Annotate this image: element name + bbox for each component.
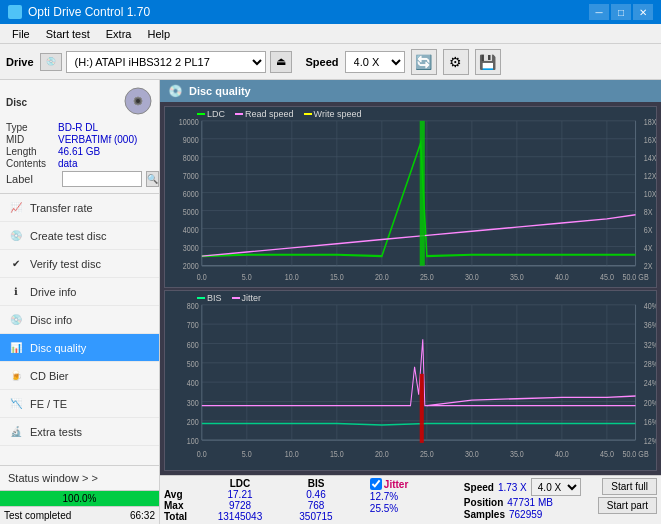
titlebar-left: Opti Drive Control 1.70 [8,5,150,19]
jitter-stats: Jitter 12.7% 25.5% [370,478,460,515]
chart2-svg: 800 700 600 500 400 300 200 100 40% 36% … [165,291,656,471]
ldc-dot [197,113,205,115]
sidebar: Disc Type BD-R DL MID VERBATIMf (000) L [0,80,160,524]
speed-dropdown[interactable]: 4.0 X [345,51,405,73]
contents-value: data [58,158,77,169]
menu-extra[interactable]: Extra [98,26,140,42]
sidebar-item-cd-bier[interactable]: 🍺 CD Bier [0,362,159,390]
svg-text:8000: 8000 [183,152,199,163]
svg-text:5000: 5000 [183,206,199,217]
speed-position-stats: Speed 1.73 X 4.0 X Position 47731 MB Sam… [464,478,594,520]
legend-read-speed: Read speed [235,109,294,119]
read-speed-label: Read speed [245,109,294,119]
svg-text:50.0 GB: 50.0 GB [622,447,649,458]
app-icon [8,5,22,19]
svg-text:20.0: 20.0 [375,447,389,458]
drive-icon: 💿 [40,53,62,71]
label-button[interactable]: 🔍 [146,171,159,187]
settings-button[interactable]: ⚙ [443,49,469,75]
svg-text:16%: 16% [644,415,656,426]
label-row: Label 🔍 [6,171,153,187]
bis-dot [197,297,205,299]
sidebar-item-transfer-rate[interactable]: 📈 Transfer rate [0,194,159,222]
minimize-button[interactable]: ─ [589,4,609,20]
sidebar-item-label: Verify test disc [30,258,101,270]
svg-text:600: 600 [187,338,199,349]
sidebar-item-label: Transfer rate [30,202,93,214]
samples-label: Samples [464,509,505,520]
bis-header: BIS [280,478,352,489]
chart2: BIS Jitter [164,290,657,472]
sidebar-item-extra-tests[interactable]: 🔬 Extra tests [0,418,159,446]
start-part-button[interactable]: Start part [598,497,657,514]
svg-text:30.0: 30.0 [465,447,479,458]
sidebar-item-disc-info[interactable]: 💿 Disc info [0,306,159,334]
svg-text:12%: 12% [644,435,656,446]
legend-write-speed: Write speed [304,109,362,119]
close-button[interactable]: ✕ [633,4,653,20]
chart1-legend: LDC Read speed Write speed [197,109,361,119]
svg-text:16X: 16X [644,134,656,145]
transfer-rate-icon: 📈 [8,200,24,216]
ldc-header: LDC [204,478,276,489]
menu-help[interactable]: Help [139,26,178,42]
length-row: Length 46.61 GB [6,146,153,157]
svg-text:45.0: 45.0 [600,447,614,458]
stats-row: LDC BIS Avg 17.21 0.46 Max 9728 768 To [164,478,657,522]
menu-start-test[interactable]: Start test [38,26,98,42]
total-ldc: 13145043 [204,511,276,522]
refresh-button[interactable]: 🔄 [411,49,437,75]
mid-row: MID VERBATIMf (000) [6,134,153,145]
content-title: Disc quality [189,85,251,97]
sidebar-item-label: CD Bier [30,370,69,382]
svg-text:20.0: 20.0 [375,271,389,282]
status-window-button[interactable]: Status window > > [0,466,159,490]
max-label: Max [164,500,200,511]
label-label: Label [6,173,58,185]
sidebar-item-create-test-disc[interactable]: 💿 Create test disc [0,222,159,250]
content-header: 💿 Disc quality [160,80,661,102]
svg-text:6X: 6X [644,224,653,235]
disc-svg [123,86,153,116]
svg-text:10X: 10X [644,188,656,199]
svg-text:2X: 2X [644,259,653,270]
disc-quality-icon: 📊 [8,340,24,356]
legend-ldc: LDC [197,109,225,119]
maximize-button[interactable]: □ [611,4,631,20]
chart1: LDC Read speed Write speed [164,106,657,288]
label-input[interactable] [62,171,142,187]
create-disc-icon: 💿 [8,228,24,244]
jitter-chart-label: Jitter [242,293,262,303]
main-area: Disc Type BD-R DL MID VERBATIMf (000) L [0,80,661,524]
content-disc-icon: 💿 [168,84,183,98]
drive-info-icon: ℹ [8,284,24,300]
chart1-svg: 10000 9000 8000 7000 6000 5000 4000 3000… [165,107,656,287]
sidebar-item-verify-test-disc[interactable]: ✔ Verify test disc [0,250,159,278]
legend-jitter: Jitter [232,293,262,303]
svg-text:32%: 32% [644,338,656,349]
disc-info-icon: 💿 [8,312,24,328]
svg-text:20%: 20% [644,396,656,407]
sidebar-item-fe-te[interactable]: 📉 FE / TE [0,390,159,418]
menu-file[interactable]: File [4,26,38,42]
speed-stat-dropdown[interactable]: 4.0 X [531,478,581,496]
sidebar-item-disc-quality[interactable]: 📊 Disc quality [0,334,159,362]
cd-bier-icon: 🍺 [8,368,24,384]
svg-rect-101 [420,373,424,442]
svg-text:10000: 10000 [179,116,199,127]
save-button[interactable]: 💾 [475,49,501,75]
start-full-button[interactable]: Start full [602,478,657,495]
sidebar-item-drive-info[interactable]: ℹ Drive info [0,278,159,306]
eject-button[interactable]: ⏏ [270,51,292,73]
svg-text:200: 200 [187,415,199,426]
jitter-checkbox[interactable] [370,478,382,490]
speed-row: Speed 1.73 X 4.0 X [464,478,594,496]
svg-text:2000: 2000 [183,259,199,270]
mid-label: MID [6,134,58,145]
disc-section: Disc Type BD-R DL MID VERBATIMf (000) L [0,80,159,194]
drive-dropdown[interactable]: (H:) ATAPI iHBS312 2 PL17 [66,51,266,73]
svg-text:10.0: 10.0 [285,271,299,282]
sidebar-item-label: Disc quality [30,342,86,354]
drive-label: Drive [6,56,34,68]
speed-stat-value: 1.73 X [498,482,527,493]
